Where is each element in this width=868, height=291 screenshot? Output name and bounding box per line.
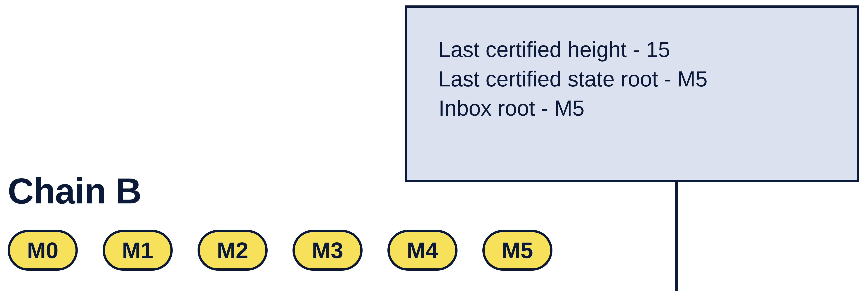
info-certified-state-root: Last certified state root - M5 <box>438 64 825 94</box>
message-pill: M3 <box>292 230 363 271</box>
info-panel: Last certified height - 15 Last certifie… <box>405 5 859 182</box>
chain-title: Chain B <box>8 173 141 209</box>
info-inbox-root: Inbox root - M5 <box>438 93 825 123</box>
message-pill: M2 <box>197 230 268 271</box>
message-row: M0 M1 M2 M3 M4 M5 <box>8 230 553 271</box>
message-pill: M4 <box>388 230 458 271</box>
message-pill: M1 <box>103 230 173 271</box>
info-certified-height: Last certified height - 15 <box>438 35 825 64</box>
message-pill: M0 <box>8 230 78 271</box>
panel-connector-line <box>675 182 678 291</box>
message-pill: M5 <box>483 230 553 271</box>
